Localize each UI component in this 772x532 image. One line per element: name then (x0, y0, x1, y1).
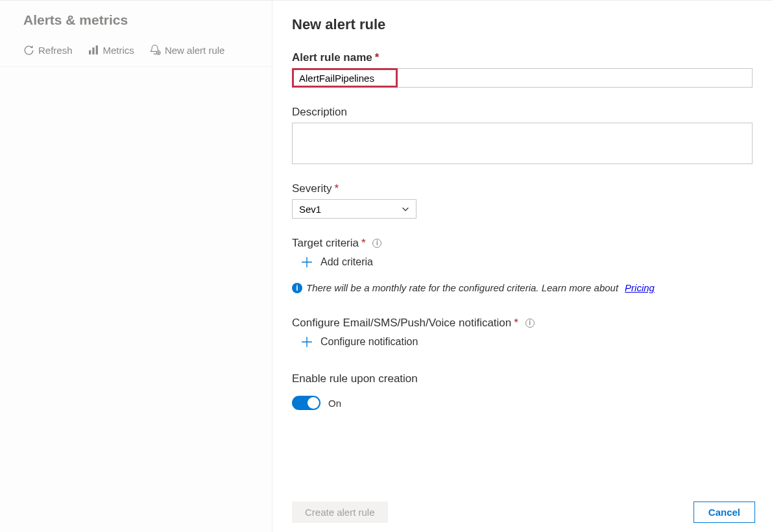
pricing-info-text: There will be a monthly rate for the con… (306, 282, 618, 293)
new-alert-rule-button-label: New alert rule (165, 45, 225, 56)
pricing-link[interactable]: Pricing (625, 282, 655, 293)
required-marker: * (334, 182, 339, 195)
required-marker: * (361, 237, 366, 249)
pricing-info: i There will be a monthly rate for the c… (292, 282, 759, 293)
alert-name-label: Alert rule name* (292, 51, 759, 64)
svg-rect-0 (89, 51, 91, 54)
toggle-knob (308, 397, 319, 409)
description-field: Description (292, 106, 759, 164)
metrics-icon (88, 45, 99, 56)
new-alert-rule-icon (150, 45, 161, 56)
metrics-button[interactable]: Metrics (83, 42, 139, 58)
enable-rule-label: Enable rule upon creation (292, 372, 759, 385)
notification-section: Configure Email/SMS/Push/Voice notificat… (292, 317, 759, 354)
info-icon[interactable]: i (525, 319, 535, 328)
info-circle-icon: i (292, 283, 302, 293)
enable-rule-state: On (328, 398, 341, 409)
panel-title: New alert rule (292, 16, 759, 33)
refresh-button-label: Refresh (38, 45, 73, 56)
description-label: Description (292, 106, 759, 119)
required-marker: * (375, 51, 380, 64)
target-criteria-label: Target criteria* i (292, 237, 759, 250)
enable-rule-section: Enable rule upon creation On (292, 372, 759, 410)
sidebar-title: Alerts & metrics (0, 1, 272, 36)
configure-notification-button[interactable]: Configure notification (292, 330, 759, 354)
alert-name-input-extend[interactable] (398, 68, 753, 88)
enable-rule-toggle[interactable] (292, 396, 320, 410)
refresh-icon (23, 45, 34, 56)
svg-rect-1 (92, 47, 94, 54)
description-input[interactable] (292, 123, 753, 164)
main-panel: New alert rule Alert rule name* Descript… (272, 1, 772, 532)
severity-label: Severity* (292, 182, 759, 195)
alert-name-field: Alert rule name* (292, 51, 759, 88)
notification-label: Configure Email/SMS/Push/Voice notificat… (292, 317, 759, 330)
plus-icon (301, 336, 313, 348)
severity-field: Severity* Sev1 (292, 182, 759, 219)
sidebar: Alerts & metrics Refresh Metrics New ale… (0, 1, 272, 532)
refresh-button[interactable]: Refresh (18, 42, 78, 58)
alert-name-input[interactable] (292, 68, 398, 88)
svg-rect-2 (95, 45, 97, 54)
new-alert-rule-button[interactable]: New alert rule (145, 42, 230, 58)
configure-notification-label: Configure notification (320, 336, 418, 348)
footer: Create alert rule Cancel (292, 494, 759, 532)
cancel-button[interactable]: Cancel (694, 502, 755, 523)
target-criteria-section: Target criteria* i Add criteria i There … (292, 237, 759, 309)
add-criteria-label: Add criteria (320, 256, 373, 268)
required-marker: * (514, 317, 518, 329)
info-icon[interactable]: i (372, 239, 381, 248)
severity-select[interactable]: Sev1 (292, 199, 416, 219)
add-criteria-button[interactable]: Add criteria (292, 250, 759, 274)
plus-icon (301, 256, 313, 268)
metrics-button-label: Metrics (103, 45, 134, 56)
create-alert-rule-button[interactable]: Create alert rule (292, 502, 388, 523)
sidebar-actions: Refresh Metrics New alert rule (0, 36, 272, 67)
